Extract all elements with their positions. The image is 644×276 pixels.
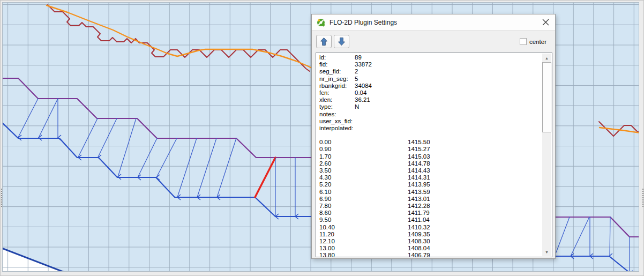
station-elevation-row: 13.001408.04 [319,245,542,252]
station-elevation-row: 4.301414.31 [319,174,542,181]
property-row: id:89 [319,54,542,61]
property-row: nr_in_seg:5 [319,76,542,83]
station-elevation-row: 9.501411.04 [319,217,542,223]
station-elevation-row: 0.001415.50 [319,139,542,146]
station-elevation-row: 1.701415.03 [319,153,542,160]
scrollbar-thumb[interactable] [542,62,551,132]
move-up-button[interactable] [316,35,332,48]
property-row: seg_fid:2 [319,68,542,75]
scroll-up-button[interactable]: ▲ [542,54,551,62]
dialog-body: center id:89fid:33872seg_fid:2nr_in_seg:… [312,31,555,258]
station-elevation-row: 8.601411.79 [319,210,542,217]
application-window: FLO-2D Plugin Settings center [0,0,644,276]
close-icon[interactable] [541,18,550,27]
station-elevation-row: 3.501414.43 [319,167,542,174]
property-row: xlen:36.21 [319,96,542,103]
xsection-properties-text: id:89fid:33872seg_fid:2nr_in_seg:5rbankg… [316,53,542,257]
scroll-down-button[interactable]: ▼ [542,248,551,256]
spacer-row [319,132,542,139]
station-elevation-row: 10.401410.32 [319,224,542,231]
dialog-titlebar[interactable]: FLO-2D Plugin Settings [312,14,555,31]
dialog-title: FLO-2D Plugin Settings [330,19,397,26]
property-row: fid:33872 [319,61,542,68]
station-elevation-row: 6.901413.01 [319,196,542,203]
vertical-scrollbar[interactable]: ▲ ▼ [542,54,551,256]
station-elevation-row: 6.101413.59 [319,189,542,196]
panel-splitter-grip-left[interactable] [1,189,2,207]
up-arrow-icon [320,37,328,46]
property-row: interpolated: [319,125,542,132]
move-down-button[interactable] [334,35,349,48]
center-checkbox[interactable] [520,38,527,45]
center-checkbox-label: center [529,39,546,45]
station-elevation-row: 13.801406.79 [319,252,542,257]
station-elevation-row: 5.201413.95 [319,181,542,188]
property-row: rbankgrid:34084 [319,83,542,89]
down-arrow-icon [338,37,346,46]
panel-splitter-grip-right[interactable] [642,189,643,207]
flo2d-plugin-settings-dialog: FLO-2D Plugin Settings center [311,14,556,259]
property-row: fcn:0.04 [319,89,542,96]
property-row: user_xs_fid: [319,118,542,125]
center-option: center [520,38,546,45]
station-elevation-row: 11.201409.35 [319,231,542,238]
station-elevation-row: 12.101408.30 [319,238,542,245]
scrollbar-track[interactable] [542,62,551,248]
property-row: type:N [319,103,542,110]
station-elevation-row: 2.601414.78 [319,160,542,167]
property-row: notes: [319,111,542,118]
station-elevation-row: 0.901415.27 [319,146,542,153]
xsection-properties-panel[interactable]: id:89fid:33872seg_fid:2nr_in_seg:5rbankg… [316,53,552,257]
station-elevation-row: 7.801412.28 [319,203,542,210]
qgis-logo-icon [317,18,325,27]
